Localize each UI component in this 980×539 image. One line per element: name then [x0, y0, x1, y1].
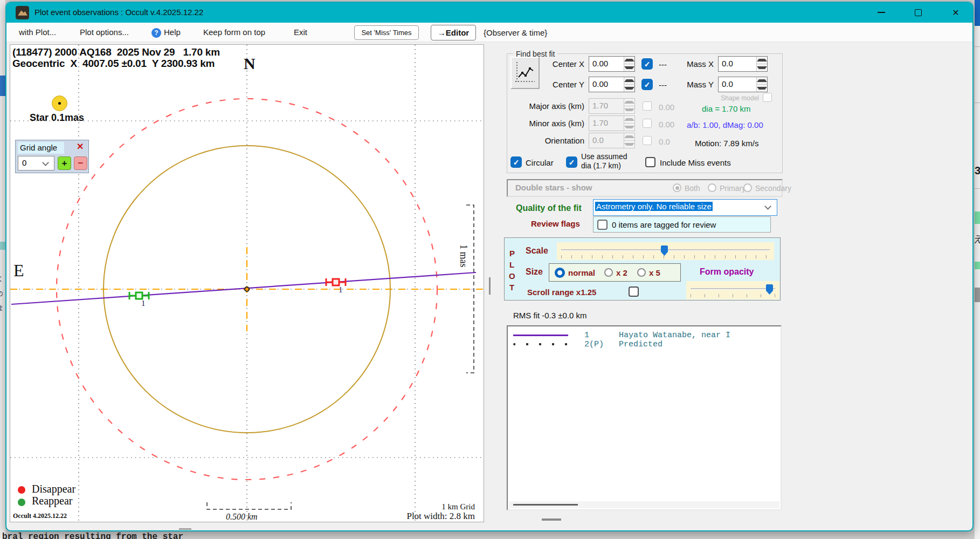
list-horizontal-scrollbar[interactable] — [509, 501, 779, 508]
plot-center-dot — [245, 287, 249, 291]
menu-plot-options[interactable]: Plot options... — [80, 28, 129, 37]
disappear-dot — [18, 486, 25, 494]
minor-axis-alt: 0.00 — [659, 120, 674, 129]
grid-angle-select[interactable]: 0 — [18, 156, 54, 170]
plot-title-line1: (118477) 2000 AQ168 2025 Nov 29 1.70 km — [12, 46, 220, 58]
size-label: Size — [526, 267, 543, 277]
help-icon[interactable]: ? — [151, 28, 161, 38]
orientation-label: Orientation — [508, 136, 584, 145]
panel-splitter-grip[interactable] — [489, 277, 491, 295]
titlebar[interactable]: Plot event observations : Occult v.4.202… — [6, 3, 972, 23]
minimize-button[interactable] — [869, 3, 894, 22]
major-axis-input: 1.70 — [589, 98, 635, 114]
km-scale-bracket — [207, 502, 291, 509]
scrollbar-thumb[interactable] — [513, 504, 578, 506]
chord-line — [11, 272, 476, 304]
center-y-input[interactable]: 0.00 — [589, 77, 635, 92]
orientation-checkbox — [643, 136, 652, 145]
close-button[interactable]: ✕ — [943, 3, 968, 22]
orientation-input: 0.0 — [589, 133, 635, 148]
center-y-checkbox[interactable]: ✓ — [641, 79, 653, 90]
observation-list[interactable]: 1 Hayato Watanabe, near I 2(P) Predicted — [507, 325, 782, 510]
menu-help[interactable]: Help — [164, 28, 181, 37]
menu-exit[interactable]: Exit — [294, 28, 307, 37]
spinner-down-icon — [624, 84, 634, 92]
mass-x-spinner[interactable] — [756, 57, 767, 71]
quality-select[interactable]: Astrometry only. No reliable size — [593, 199, 777, 216]
review-flags-label: Review flags — [531, 219, 580, 228]
mass-y-spinner[interactable] — [756, 77, 767, 92]
center-y-label: Center Y — [508, 80, 584, 89]
plot-area[interactable]: (118477) 2000 AQ168 2025 Nov 29 1.70 km … — [10, 44, 484, 522]
chord-line-swatch — [513, 335, 568, 336]
grid-spacing-label: 1 km Grid — [334, 502, 475, 511]
spinner-up-icon — [757, 57, 767, 64]
list-item[interactable]: 2(P) Predicted — [508, 340, 781, 349]
center-y-spinner[interactable] — [624, 77, 634, 92]
window-title: Plot event observations : Occult v.4.202… — [34, 8, 203, 17]
double-stars-primary-label: Primary — [720, 184, 746, 193]
predicted-dots-swatch — [513, 343, 568, 345]
mass-y-input[interactable]: 0.0 — [718, 77, 768, 92]
spinner-down-icon — [757, 84, 767, 92]
background-left-sliver: く の ま — [0, 0, 5, 539]
form-opacity-slider-thumb[interactable] — [766, 284, 773, 295]
menu-with-plot[interactable]: with Plot... — [19, 28, 56, 37]
size-x5-radio[interactable] — [637, 268, 646, 277]
size-normal-label: normal — [568, 268, 595, 277]
occult-plot-window: Plot event observations : Occult v.4.202… — [5, 2, 974, 531]
orientation-alt: 0.0 — [659, 137, 670, 146]
chord1-number: 1 — [141, 299, 146, 308]
maximize-icon — [915, 9, 922, 16]
spinner-up-icon — [624, 57, 634, 64]
reappear-marker — [129, 292, 149, 299]
form-opacity-slider[interactable] — [686, 281, 779, 299]
menu-keep-on-top[interactable]: Keep form on top — [203, 28, 265, 37]
shape-model-checkbox[interactable] — [763, 93, 772, 102]
background-right-sliver: 3 え — [975, 0, 980, 539]
review-flags-text: 0 items are tagged for review — [612, 220, 716, 229]
circular-checkbox[interactable]: ✓ — [510, 156, 522, 168]
plot-resize-grip[interactable] — [179, 528, 191, 530]
mass-x-input[interactable]: 0.0 — [718, 56, 768, 72]
double-stars-group: Double stars - show Both Primary Seconda… — [507, 179, 783, 197]
close-icon: ✕ — [952, 8, 959, 18]
grid-angle-close-icon[interactable]: ✕ — [77, 141, 84, 152]
double-stars-primary-radio — [708, 183, 716, 192]
grid-angle-minus-button[interactable]: − — [74, 156, 87, 170]
quality-label: Quality of the fit — [516, 203, 582, 213]
maximize-button[interactable] — [906, 3, 930, 22]
scale-slider[interactable] — [557, 242, 774, 260]
major-axis-label: Major axis (km) — [508, 101, 584, 111]
center-x-input[interactable]: 0.00 — [589, 56, 635, 72]
center-y-alt: --- — [659, 80, 673, 90]
minor-axis-spinner — [624, 116, 634, 131]
mas-scale-label: 1 mas — [458, 244, 469, 268]
set-miss-times-button[interactable]: Set 'Miss' Times — [354, 25, 419, 40]
menubar: with Plot... Plot options... ? Help Keep… — [6, 23, 972, 42]
spinner-down-icon — [624, 64, 634, 71]
use-assumed-checkbox[interactable]: ✓ — [566, 156, 577, 168]
scroll-range-checkbox[interactable] — [629, 286, 639, 297]
disappear-marker — [326, 278, 346, 286]
editor-button[interactable]: →Editor — [431, 25, 476, 40]
major-axis-checkbox — [643, 101, 652, 111]
grid-angle-plus-button[interactable]: + — [58, 156, 71, 170]
center-x-checkbox[interactable]: ✓ — [641, 58, 653, 70]
orientation-spinner — [624, 133, 634, 148]
review-flags-checkbox[interactable] — [597, 220, 608, 230]
size-normal-radio[interactable] — [555, 268, 565, 278]
size-x2-radio[interactable] — [604, 268, 613, 277]
scale-slider-thumb[interactable] — [661, 245, 668, 256]
spinner-up-icon — [624, 77, 634, 84]
chord2-number: 1 — [339, 285, 343, 295]
mass-y-label: Mass Y — [675, 80, 714, 89]
panel-resize-grip[interactable] — [542, 518, 561, 521]
center-x-spinner[interactable] — [624, 57, 634, 71]
plot-title-line2: Geocentric X 4007.05 ±0.01 Y 2300.93 km — [12, 58, 215, 70]
observer-time-label: {Observer & time} — [484, 28, 547, 37]
km-scale-label: 0.500 km — [226, 512, 258, 522]
minor-axis-checkbox — [643, 119, 652, 128]
list-item[interactable]: 1 Hayato Watanabe, near I — [508, 331, 781, 340]
include-miss-checkbox[interactable] — [645, 157, 655, 167]
